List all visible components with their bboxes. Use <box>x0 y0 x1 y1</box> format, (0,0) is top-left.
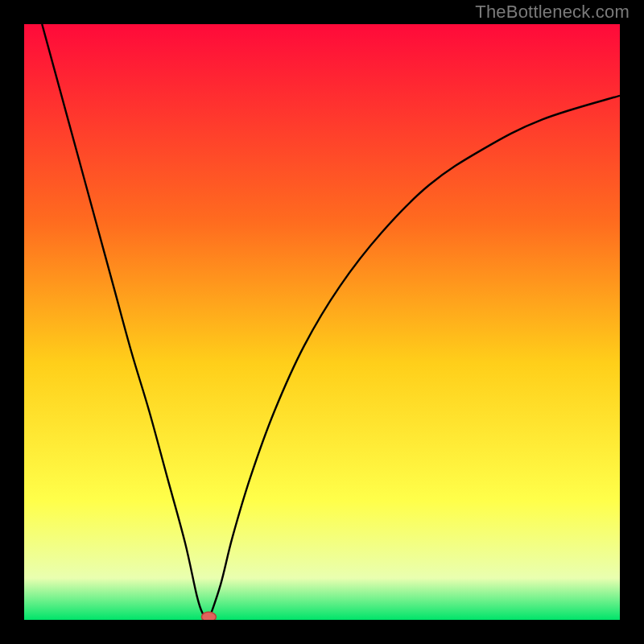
plot-area <box>24 24 620 620</box>
bottleneck-chart <box>24 24 620 620</box>
gradient-background <box>24 24 620 620</box>
chart-frame: TheBottleneck.com <box>0 0 644 644</box>
watermark-text: TheBottleneck.com <box>475 2 630 23</box>
minimum-marker <box>201 612 216 620</box>
